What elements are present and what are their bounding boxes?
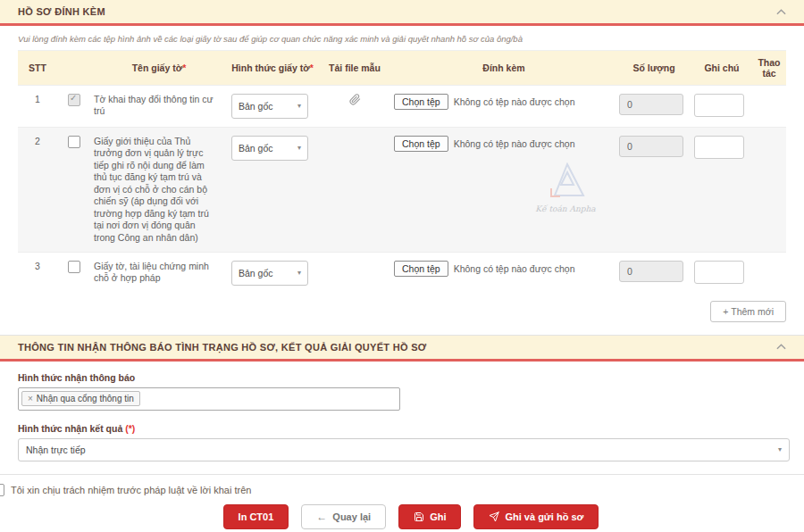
required-mark: (*) <box>125 423 135 434</box>
col-header-doc-name: Tên giấy tờ* <box>91 51 227 86</box>
chevron-down-icon: ▾ <box>778 446 782 453</box>
no-file-chosen-text: Không có tệp nào được chọn <box>454 138 575 149</box>
quantity-input <box>619 136 683 157</box>
actions-cell <box>752 252 786 294</box>
col-header-quantity: Số lượng <box>616 51 691 86</box>
save-and-send-button[interactable]: Ghi và gửi hồ sơ <box>473 504 599 529</box>
col-header-attach: Đính kèm <box>391 51 616 86</box>
doc-name: Giấy giới thiệu của Thủ trưởng đơn vị qu… <box>91 128 227 253</box>
paper-plane-icon <box>489 511 499 522</box>
back-button[interactable]: ← Quay lại <box>301 504 386 529</box>
declaration-text: Tôi xin chịu trách nhiệm trước pháp luật… <box>11 485 251 495</box>
arrow-left-icon: ← <box>316 511 327 523</box>
note-input[interactable] <box>694 261 744 284</box>
print-ct01-button[interactable]: In CT01 <box>223 504 289 529</box>
remove-tag-icon[interactable]: × <box>28 394 33 403</box>
col-header-sample-file: Tải file mẫu <box>318 51 391 86</box>
doc-name: Giấy tờ, tài liệu chứng minh chỗ ở hợp p… <box>91 252 227 294</box>
attachments-section-header[interactable]: HỒ SƠ ĐÍNH KÈM <box>0 0 804 26</box>
attachments-note: Vui lòng đính kèm các tệp hình ảnh về cá… <box>18 34 786 44</box>
col-header-note: Ghi chú <box>691 51 752 86</box>
actions-cell <box>752 86 786 128</box>
row-index: 3 <box>18 252 57 294</box>
chevron-up-icon[interactable] <box>776 344 786 350</box>
actions-cell <box>752 128 786 253</box>
required-asterisk: * <box>182 62 186 73</box>
plus-icon: + <box>723 306 728 317</box>
attachments-section-title: HỒ SƠ ĐÍNH KÈM <box>18 6 105 17</box>
notification-section-header[interactable]: THÔNG TIN NHẬN THÔNG BÁO TÌNH TRẠNG HỒ S… <box>0 336 804 362</box>
doc-name: Tờ khai thay đổi thông tin cư trú <box>91 86 227 128</box>
selected-tag: × Nhận qua cổng thông tin <box>21 391 140 406</box>
no-file-chosen-text: Không có tệp nào được chọn <box>454 96 575 107</box>
col-header-checkbox <box>57 51 91 86</box>
table-row: 2 Giấy giới thiệu của Thủ trưởng đơn vị … <box>18 128 786 253</box>
chevron-down-icon: ▾ <box>297 270 301 277</box>
col-header-actions: Thao tác <box>752 51 786 86</box>
table-header-row: STT Tên giấy tờ* Hình thức giấy tờ* Tải … <box>18 51 786 86</box>
form-page: HỒ SƠ ĐÍNH KÈM Vui lòng đính kèm các tệp… <box>0 0 804 532</box>
attachments-table: STT Tên giấy tờ* Hình thức giấy tờ* Tải … <box>18 50 786 294</box>
result-method-select[interactable]: Nhận trực tiếp ▾ <box>18 438 790 461</box>
floppy-save-icon <box>414 511 424 522</box>
declaration-checkbox[interactable] <box>0 484 4 496</box>
required-asterisk: * <box>310 62 314 73</box>
row-index: 2 <box>18 128 57 253</box>
choose-file-button[interactable]: Chọn tệp <box>394 261 448 277</box>
paperclip-icon[interactable] <box>349 94 361 105</box>
note-input[interactable] <box>694 94 744 117</box>
chevron-up-icon[interactable] <box>776 9 786 15</box>
col-header-stt: STT <box>18 51 57 86</box>
table-row: 1 Tờ khai thay đổi thông tin cư trú Bản … <box>18 86 786 128</box>
quantity-input <box>619 261 683 282</box>
doc-type-select[interactable]: Bản gốc ▾ <box>231 136 308 161</box>
doc-type-select[interactable]: Bản gốc ▾ <box>231 261 308 286</box>
result-method-label: Hình thức nhận kết quả (*) <box>18 423 786 434</box>
choose-file-button[interactable]: Chọn tệp <box>394 136 448 152</box>
notification-section-title: THÔNG TIN NHẬN THÔNG BÁO TÌNH TRẠNG HỒ S… <box>18 342 426 353</box>
row-checkbox[interactable] <box>68 136 80 148</box>
quantity-input <box>619 94 683 115</box>
declaration-row: Tôi xin chịu trách nhiệm trước pháp luật… <box>0 484 804 496</box>
note-input[interactable] <box>694 136 744 159</box>
save-button[interactable]: Ghi <box>398 504 461 529</box>
row-index: 1 <box>18 86 57 128</box>
row-checkbox[interactable] <box>68 94 80 106</box>
notify-method-multiselect[interactable]: × Nhận qua cổng thông tin <box>18 387 400 411</box>
chevron-down-icon: ▾ <box>297 103 301 110</box>
col-header-doc-type: Hình thức giấy tờ* <box>227 51 318 86</box>
footer-divider <box>0 474 804 475</box>
doc-type-select[interactable]: Bản gốc ▾ <box>231 94 308 119</box>
chevron-down-icon: ▾ <box>297 145 301 152</box>
table-row: 3 Giấy tờ, tài liệu chứng minh chỗ ở hợp… <box>18 252 786 294</box>
no-file-chosen-text: Không có tệp nào được chọn <box>454 263 575 274</box>
row-checkbox[interactable] <box>68 261 80 273</box>
choose-file-button[interactable]: Chọn tệp <box>394 94 448 110</box>
notify-method-label: Hình thức nhận thông báo <box>18 372 786 383</box>
add-new-button[interactable]: +Thêm mới <box>710 301 786 322</box>
action-buttons: In CT01 ← Quay lại Ghi Ghi và gửi hồ sơ <box>0 504 804 529</box>
